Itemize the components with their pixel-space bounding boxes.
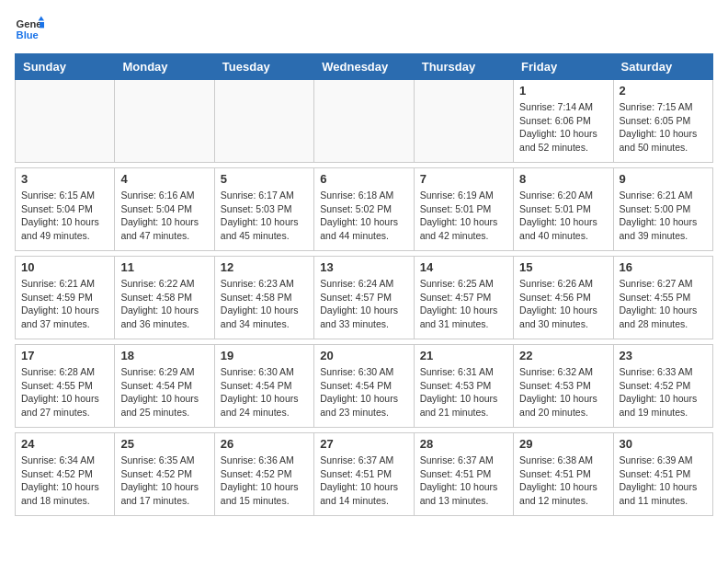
calendar-cell: 26Sunrise: 6:36 AM Sunset: 4:52 PM Dayli… <box>214 433 313 516</box>
day-info: Sunrise: 6:29 AM Sunset: 4:54 PM Dayligh… <box>120 365 208 419</box>
calendar-cell: 22Sunrise: 6:32 AM Sunset: 4:53 PM Dayli… <box>514 345 613 428</box>
weekday-header-monday: Monday <box>115 54 214 80</box>
calendar-cell: 16Sunrise: 6:27 AM Sunset: 4:55 PM Dayli… <box>613 257 712 339</box>
calendar-cell: 17Sunrise: 6:28 AM Sunset: 4:55 PM Dayli… <box>16 345 115 428</box>
day-info: Sunrise: 6:20 AM Sunset: 5:01 PM Dayligh… <box>519 189 607 243</box>
day-number: 28 <box>420 437 507 451</box>
day-number: 20 <box>320 349 407 362</box>
day-info: Sunrise: 6:22 AM Sunset: 4:58 PM Dayligh… <box>120 277 208 331</box>
day-number: 24 <box>21 437 108 451</box>
day-number: 9 <box>620 172 707 186</box>
day-info: Sunrise: 6:16 AM Sunset: 5:04 PM Dayligh… <box>120 189 208 243</box>
calendar-cell: 23Sunrise: 6:33 AM Sunset: 4:52 PM Dayli… <box>613 345 712 428</box>
calendar-body: 1Sunrise: 7:14 AM Sunset: 6:06 PM Daylig… <box>16 80 713 516</box>
calendar-cell: 5Sunrise: 6:17 AM Sunset: 5:03 PM Daylig… <box>214 168 313 251</box>
calendar-cell: 19Sunrise: 6:30 AM Sunset: 4:54 PM Dayli… <box>214 345 313 428</box>
calendar-cell: 7Sunrise: 6:19 AM Sunset: 5:01 PM Daylig… <box>414 168 513 251</box>
calendar-cell: 30Sunrise: 6:39 AM Sunset: 4:51 PM Dayli… <box>613 433 712 516</box>
logo: General Blue <box>15 15 51 44</box>
weekday-header-wednesday: Wednesday <box>314 54 414 80</box>
calendar-cell: 9Sunrise: 6:21 AM Sunset: 5:00 PM Daylig… <box>613 168 712 251</box>
day-number: 15 <box>519 260 607 274</box>
svg-marker-3 <box>40 22 44 28</box>
day-number: 19 <box>221 349 308 362</box>
day-info: Sunrise: 6:36 AM Sunset: 4:52 PM Dayligh… <box>221 454 308 508</box>
weekday-header-sunday: Sunday <box>16 54 115 80</box>
calendar-cell: 10Sunrise: 6:21 AM Sunset: 4:59 PM Dayli… <box>16 257 115 339</box>
day-number: 7 <box>420 172 507 186</box>
day-info: Sunrise: 6:27 AM Sunset: 4:55 PM Dayligh… <box>620 277 707 331</box>
day-number: 16 <box>620 260 707 274</box>
day-info: Sunrise: 6:39 AM Sunset: 4:51 PM Dayligh… <box>620 454 707 508</box>
day-info: Sunrise: 6:24 AM Sunset: 4:57 PM Dayligh… <box>320 277 407 331</box>
day-info: Sunrise: 6:23 AM Sunset: 4:58 PM Dayligh… <box>221 277 308 331</box>
calendar-cell: 24Sunrise: 6:34 AM Sunset: 4:52 PM Dayli… <box>16 433 115 516</box>
calendar-cell: 18Sunrise: 6:29 AM Sunset: 4:54 PM Dayli… <box>115 345 214 428</box>
calendar-cell <box>16 80 115 163</box>
day-info: Sunrise: 7:15 AM Sunset: 6:05 PM Dayligh… <box>620 100 707 155</box>
day-info: Sunrise: 6:37 AM Sunset: 4:51 PM Dayligh… <box>320 454 407 508</box>
day-info: Sunrise: 6:28 AM Sunset: 4:55 PM Dayligh… <box>21 365 108 419</box>
day-info: Sunrise: 6:18 AM Sunset: 5:02 PM Dayligh… <box>320 189 407 243</box>
day-info: Sunrise: 6:17 AM Sunset: 5:03 PM Dayligh… <box>221 189 308 243</box>
calendar-cell: 27Sunrise: 6:37 AM Sunset: 4:51 PM Dayli… <box>314 433 414 516</box>
day-info: Sunrise: 6:25 AM Sunset: 4:57 PM Dayligh… <box>420 277 507 331</box>
day-number: 13 <box>320 260 407 274</box>
calendar-cell: 8Sunrise: 6:20 AM Sunset: 5:01 PM Daylig… <box>514 168 613 251</box>
day-info: Sunrise: 6:30 AM Sunset: 4:54 PM Dayligh… <box>221 365 308 419</box>
calendar-cell: 6Sunrise: 6:18 AM Sunset: 5:02 PM Daylig… <box>314 168 414 251</box>
calendar-cell: 21Sunrise: 6:31 AM Sunset: 4:53 PM Dayli… <box>414 345 513 428</box>
weekday-header-friday: Friday <box>514 54 613 80</box>
day-number: 22 <box>519 349 607 362</box>
day-info: Sunrise: 6:21 AM Sunset: 4:59 PM Dayligh… <box>21 277 108 331</box>
calendar-cell: 11Sunrise: 6:22 AM Sunset: 4:58 PM Dayli… <box>115 257 214 339</box>
calendar-cell: 2Sunrise: 7:15 AM Sunset: 6:05 PM Daylig… <box>613 80 712 163</box>
calendar-cell <box>214 80 313 163</box>
calendar-table: SundayMondayTuesdayWednesdayThursdayFrid… <box>15 53 713 516</box>
day-number: 23 <box>620 349 707 362</box>
day-info: Sunrise: 6:26 AM Sunset: 4:56 PM Dayligh… <box>519 277 607 331</box>
day-number: 10 <box>21 260 108 274</box>
day-number: 14 <box>420 260 507 274</box>
day-number: 27 <box>320 437 407 451</box>
day-info: Sunrise: 6:37 AM Sunset: 4:51 PM Dayligh… <box>420 454 507 508</box>
day-number: 18 <box>120 349 208 362</box>
day-number: 1 <box>519 84 607 98</box>
day-info: Sunrise: 6:19 AM Sunset: 5:01 PM Dayligh… <box>420 189 507 243</box>
day-info: Sunrise: 6:15 AM Sunset: 5:04 PM Dayligh… <box>21 189 108 243</box>
day-number: 6 <box>320 172 407 186</box>
day-number: 4 <box>120 172 208 186</box>
calendar-cell: 25Sunrise: 6:35 AM Sunset: 4:52 PM Dayli… <box>115 433 214 516</box>
weekday-header-thursday: Thursday <box>414 54 513 80</box>
calendar-cell: 12Sunrise: 6:23 AM Sunset: 4:58 PM Dayli… <box>214 257 313 339</box>
page-header: General Blue <box>15 15 713 44</box>
calendar-week-4: 17Sunrise: 6:28 AM Sunset: 4:55 PM Dayli… <box>16 345 713 428</box>
calendar-week-2: 3Sunrise: 6:15 AM Sunset: 5:04 PM Daylig… <box>16 168 713 251</box>
day-number: 3 <box>21 172 108 186</box>
day-info: Sunrise: 6:31 AM Sunset: 4:53 PM Dayligh… <box>420 365 507 419</box>
day-info: Sunrise: 6:34 AM Sunset: 4:52 PM Dayligh… <box>21 454 108 508</box>
weekday-header-saturday: Saturday <box>613 54 712 80</box>
calendar-cell: 15Sunrise: 6:26 AM Sunset: 4:56 PM Dayli… <box>514 257 613 339</box>
calendar-cell: 13Sunrise: 6:24 AM Sunset: 4:57 PM Dayli… <box>314 257 414 339</box>
calendar-week-5: 24Sunrise: 6:34 AM Sunset: 4:52 PM Dayli… <box>16 433 713 516</box>
calendar-cell <box>115 80 214 163</box>
day-number: 29 <box>519 437 607 451</box>
day-info: Sunrise: 6:21 AM Sunset: 5:00 PM Dayligh… <box>620 189 707 243</box>
calendar-cell <box>414 80 513 163</box>
day-number: 8 <box>519 172 607 186</box>
day-info: Sunrise: 6:35 AM Sunset: 4:52 PM Dayligh… <box>120 454 208 508</box>
day-number: 17 <box>21 349 108 362</box>
calendar-cell: 28Sunrise: 6:37 AM Sunset: 4:51 PM Dayli… <box>414 433 513 516</box>
calendar-week-1: 1Sunrise: 7:14 AM Sunset: 6:06 PM Daylig… <box>16 80 713 163</box>
calendar-cell: 4Sunrise: 6:16 AM Sunset: 5:04 PM Daylig… <box>115 168 214 251</box>
weekday-header-row: SundayMondayTuesdayWednesdayThursdayFrid… <box>16 54 713 80</box>
svg-text:Blue: Blue <box>17 29 39 40</box>
calendar-cell: 1Sunrise: 7:14 AM Sunset: 6:06 PM Daylig… <box>514 80 613 163</box>
day-number: 25 <box>120 437 208 451</box>
calendar-cell <box>314 80 414 163</box>
day-info: Sunrise: 7:14 AM Sunset: 6:06 PM Dayligh… <box>519 100 607 155</box>
weekday-header-tuesday: Tuesday <box>214 54 313 80</box>
day-info: Sunrise: 6:33 AM Sunset: 4:52 PM Dayligh… <box>620 365 707 419</box>
day-number: 2 <box>620 84 707 98</box>
